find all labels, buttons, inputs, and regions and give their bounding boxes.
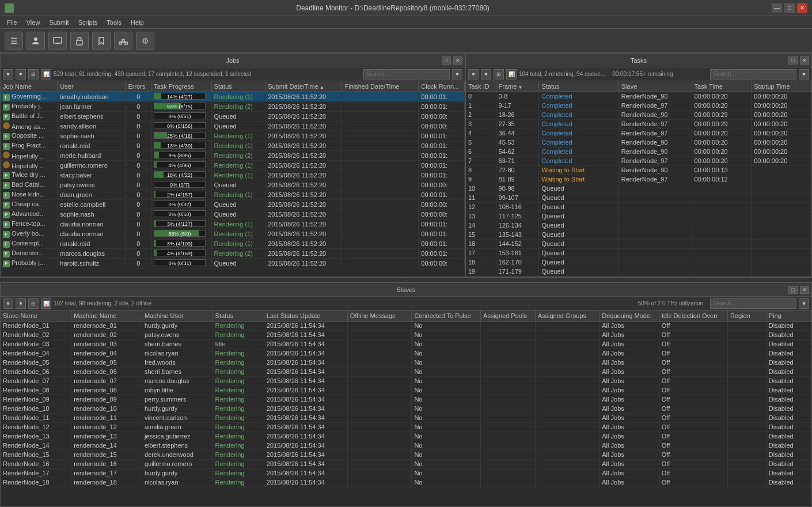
- col-job-name[interactable]: Job Name: [1, 81, 58, 92]
- slaves-filter-btn[interactable]: ▼: [16, 298, 26, 309]
- slaves-table-scroll[interactable]: Slave Name Machine Name Machine User Sta…: [1, 311, 811, 506]
- table-row[interactable]: 10 90-98 Queued: [466, 184, 811, 193]
- menu-view[interactable]: View: [22, 18, 45, 27]
- col-slave-name[interactable]: Slave Name: [1, 311, 71, 321]
- table-row[interactable]: 17 153-161 Queued: [466, 248, 811, 258]
- col-machine-name[interactable]: Machine Name: [71, 311, 142, 321]
- col-groups[interactable]: Assigned Groups: [535, 311, 599, 321]
- col-machine-user[interactable]: Machine User: [142, 311, 213, 321]
- col-startup-time[interactable]: Startup Time: [752, 81, 811, 92]
- toolbar-bookmark-btn[interactable]: [92, 32, 111, 50]
- tasks-close-btn[interactable]: ✕: [800, 56, 809, 65]
- toolbar-user-btn[interactable]: [26, 32, 45, 50]
- table-row[interactable]: RenderNode_11 rendernode_11 vincent.carl…: [1, 413, 811, 422]
- col-clock[interactable]: Clock Runn...: [419, 81, 465, 92]
- table-row[interactable]: 15 135-143 Queued: [466, 230, 811, 239]
- table-row[interactable]: FContempl... ronald.reid 0 3% (4/109) Re…: [1, 239, 465, 248]
- table-row[interactable]: RenderNode_18 rendernode_18 nicolas.ryan…: [1, 478, 811, 487]
- jobs-group-btn[interactable]: ⊞: [28, 69, 39, 80]
- menu-scripts[interactable]: Scripts: [74, 18, 103, 27]
- table-row[interactable]: 20 180-188 Queued: [466, 276, 811, 277]
- menu-submit[interactable]: Submit: [44, 18, 73, 27]
- col-idle[interactable]: Idle Detection Overr: [659, 311, 727, 321]
- table-row[interactable]: RenderNode_07 rendernode_07 marcos.dougl…: [1, 376, 811, 385]
- jobs-search-input[interactable]: [363, 69, 450, 80]
- jobs-restore-btn[interactable]: □: [442, 56, 451, 65]
- tasks-search-options[interactable]: ▼: [799, 69, 809, 80]
- slaves-restore-btn[interactable]: □: [788, 286, 798, 294]
- col-task-time[interactable]: Task Time: [692, 81, 752, 92]
- col-finished[interactable]: Finished Date/Time: [342, 81, 419, 92]
- table-row[interactable]: 6 54-62 Completed RenderNode_90 00:00:00…: [466, 147, 811, 156]
- tasks-group-btn[interactable]: ⊞: [494, 69, 504, 80]
- toolbar-lock-btn[interactable]: [70, 32, 89, 50]
- table-row[interactable]: 1 9-17 Completed RenderNode_97 00:00:00:…: [466, 101, 811, 110]
- col-offline-msg[interactable]: Offline Message: [347, 311, 412, 321]
- table-row[interactable]: 2 18-26 Completed RenderNode_90 00:00:00…: [466, 110, 811, 119]
- tasks-filter-btn[interactable]: ▼: [481, 69, 491, 80]
- col-status[interactable]: Status: [211, 81, 265, 92]
- table-row[interactable]: Hopefully ... merle.hubbard 0 9% (8/85) …: [1, 150, 465, 160]
- table-row[interactable]: RenderNode_16 rendernode_16 guillermo.ro…: [1, 459, 811, 468]
- toolbar-list-btn[interactable]: ☰: [5, 32, 23, 50]
- window-controls[interactable]: — □ ✕: [772, 3, 807, 13]
- table-row[interactable]: 3 27-35 Completed RenderNode_97 00:00:00…: [466, 119, 811, 128]
- table-row[interactable]: FNose kidn... dean.green 0 2% (4/157) Re…: [1, 190, 465, 199]
- toolbar-network-btn[interactable]: [114, 32, 132, 50]
- table-row[interactable]: 9 81-89 Waiting to Start RenderNode_97 0…: [466, 175, 811, 184]
- jobs-table-scroll[interactable]: Job Name User Errors Task Progress Statu…: [1, 81, 465, 277]
- slaves-search-input[interactable]: [710, 298, 796, 309]
- table-row[interactable]: RenderNode_02 rendernode_02 patsy.owens …: [1, 330, 811, 339]
- table-row[interactable]: FAdvanced... sophie.nash 0 0% (0/50) Que…: [1, 209, 465, 219]
- col-task-progress[interactable]: Task Progress: [151, 81, 212, 92]
- jobs-filter-dropdown[interactable]: ▼: [3, 69, 13, 80]
- menu-help[interactable]: Help: [126, 18, 149, 27]
- resize-handle[interactable]: [0, 278, 812, 282]
- table-row[interactable]: 18 162-170 Queued: [466, 258, 811, 267]
- menu-tools[interactable]: Tools: [102, 18, 126, 27]
- table-row[interactable]: RenderNode_09 rendernode_09 perry.summer…: [1, 395, 811, 404]
- table-row[interactable]: 0 0-8 Completed RenderNode_90 00:00:00:2…: [466, 92, 811, 101]
- col-slave[interactable]: Slave: [619, 81, 692, 92]
- table-row[interactable]: RenderNode_10 rendernode_10 hurdy.gurdy …: [1, 404, 811, 413]
- table-row[interactable]: RenderNode_15 rendernode_15 derek.underw…: [1, 450, 811, 459]
- jobs-filter-btn[interactable]: ▼: [16, 69, 26, 80]
- slaves-group-btn[interactable]: ⊞: [28, 298, 39, 309]
- table-row[interactable]: RenderNode_08 rendernode_08 robyn.little…: [1, 385, 811, 395]
- table-row[interactable]: Hopefully ... guillermo.romero 0 4% (4/9…: [1, 160, 465, 170]
- col-errors[interactable]: Errors: [126, 81, 151, 92]
- tasks-search-input[interactable]: [710, 69, 796, 80]
- menu-file[interactable]: File: [2, 18, 22, 27]
- slaves-stat-btn[interactable]: 📊: [41, 298, 51, 309]
- table-row[interactable]: 14 126-134 Queued: [466, 221, 811, 230]
- table-row[interactable]: 13 117-125 Queued: [466, 211, 811, 221]
- table-row[interactable]: RenderNode_14 rendernode_14 elbert.steph…: [1, 441, 811, 450]
- table-row[interactable]: RenderNode_01 rendernode_01 hurdy.gurdy …: [1, 321, 811, 330]
- table-row[interactable]: 19 171-179 Queued: [466, 267, 811, 276]
- slaves-filter-dropdown[interactable]: ▼: [3, 298, 13, 309]
- table-row[interactable]: 11 99-107 Queued: [466, 193, 811, 202]
- tasks-restore-btn[interactable]: □: [788, 56, 798, 65]
- table-row[interactable]: FFrog Fract... ronald.reid 0 13% (4/30) …: [1, 141, 465, 150]
- table-row[interactable]: RenderNode_05 rendernode_05 fred.woods R…: [1, 358, 811, 367]
- toolbar-monitor-btn[interactable]: [48, 32, 67, 50]
- table-row[interactable]: RenderNode_04 rendernode_04 nicolas.ryan…: [1, 349, 811, 358]
- table-row[interactable]: FBad Catal... patsy.owens 0 0% (0/7) Que…: [1, 180, 465, 190]
- table-row[interactable]: 7 63-71 Completed RenderNode_97 00:00:00…: [466, 156, 811, 165]
- table-row[interactable]: RenderNode_06 rendernode_06 sherri.barne…: [1, 367, 811, 376]
- col-task-status[interactable]: Status: [539, 81, 619, 92]
- col-user[interactable]: User: [58, 81, 126, 92]
- col-region[interactable]: Region: [727, 311, 766, 321]
- table-row[interactable]: RenderNode_17 rendernode_17 hurdy.gurdy …: [1, 468, 811, 478]
- col-last-update[interactable]: Last Status Update: [264, 311, 347, 321]
- table-row[interactable]: FOpposite ... sophie.nash 0 25% (4/16) R…: [1, 131, 465, 141]
- jobs-stat-btn[interactable]: 📊: [41, 69, 51, 80]
- table-row[interactable]: FGoverning... timothy.robertson 0 14% (4…: [1, 92, 465, 101]
- table-row[interactable]: 16 144-152 Queued: [466, 239, 811, 248]
- col-pools[interactable]: Assigned Pools: [481, 311, 536, 321]
- col-ping[interactable]: Ping: [766, 311, 811, 321]
- tasks-stat-btn[interactable]: 📊: [506, 69, 517, 80]
- table-row[interactable]: RenderNode_12 rendernode_12 amelia.green…: [1, 422, 811, 432]
- table-row[interactable]: Among as... sandy.allison 0 0% (0/156) Q…: [1, 121, 465, 131]
- table-row[interactable]: 5 45-53 Completed RenderNode_90 00:00:00…: [466, 138, 811, 147]
